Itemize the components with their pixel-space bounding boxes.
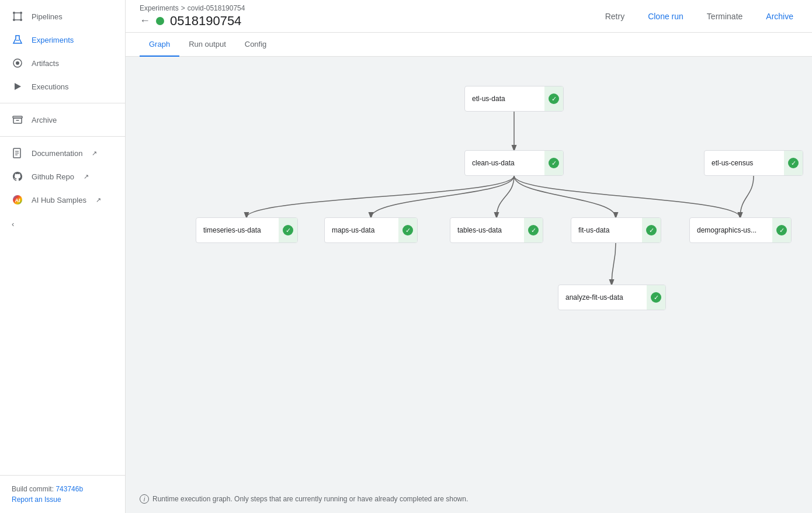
breadcrumb-separator: > (181, 4, 185, 12)
main-content: Experiments > covid-0518190754 ← 0518190… (126, 0, 812, 513)
node-analyze-fit-us-data[interactable]: analyze-fit-us-data ✓ (558, 285, 666, 310)
check-icon: ✓ (788, 158, 799, 168)
svg-point-1 (20, 12, 22, 14)
graph-edges-svg (126, 57, 812, 513)
sidebar-item-archive[interactable]: Archive (0, 108, 125, 131)
archive-icon (12, 114, 23, 126)
status-dot (156, 17, 164, 25)
terminate-button[interactable]: Terminate (702, 9, 747, 23)
breadcrumb-parent[interactable]: Experiments (140, 4, 179, 12)
build-commit-label: Build commit: (12, 485, 54, 493)
retry-button[interactable]: Retry (601, 9, 629, 23)
run-title: 0518190754 (170, 13, 241, 29)
tab-run-output[interactable]: Run output (179, 33, 235, 57)
node-clean-us-data[interactable]: clean-us-data ✓ (464, 150, 564, 176)
check-icon: ✓ (402, 225, 413, 235)
breadcrumb: Experiments > covid-0518190754 (140, 4, 245, 12)
node-etl-us-census[interactable]: etl-us-census ✓ (704, 150, 803, 176)
check-icon: ✓ (646, 225, 657, 235)
report-issue-link[interactable]: Report an Issue (12, 495, 113, 504)
back-button[interactable]: ← (140, 15, 150, 27)
title-row: ← 0518190754 (140, 13, 245, 29)
external-link-icon: ↗ (96, 196, 101, 204)
docs-icon (12, 147, 23, 159)
node-maps-us-data[interactable]: maps-us-data ✓ (324, 217, 418, 243)
check-icon: ✓ (776, 225, 787, 235)
sidebar-item-documentation[interactable]: Documentation ↗ (0, 141, 125, 165)
node-timeseries-us-data[interactable]: timeseries-us-data ✓ (196, 217, 298, 243)
check-icon: ✓ (549, 93, 559, 104)
sidebar-bottom: Build commit: 743746b Report an Issue (0, 475, 125, 513)
breadcrumb-current: covid-0518190754 (188, 4, 245, 12)
sidebar-item-label: Documentation (32, 149, 82, 158)
external-link-icon: ↗ (92, 150, 97, 157)
divider-2 (0, 136, 125, 137)
graph-canvas: etl-us-data ✓ clean-us-data ✓ etl-us-cen… (126, 57, 812, 513)
artifacts-icon (12, 57, 23, 69)
page-header: Experiments > covid-0518190754 ← 0518190… (126, 0, 812, 33)
svg-point-10 (16, 61, 19, 65)
node-etl-us-data[interactable]: etl-us-data ✓ (464, 86, 564, 112)
check-icon: ✓ (283, 225, 293, 235)
info-icon: i (140, 494, 149, 504)
svg-marker-11 (15, 83, 21, 90)
sidebar-item-label: Experiments (32, 36, 74, 44)
sidebar-item-aihub[interactable]: AI AI Hub Samples ↗ (0, 188, 125, 212)
divider-1 (0, 103, 125, 103)
sidebar-item-github[interactable]: Github Repo ↗ (0, 165, 125, 188)
tabs-bar: Graph Run output Config (126, 33, 812, 57)
sidebar: Pipelines Experiments Artifacts Executio… (0, 0, 126, 513)
aihub-icon: AI (12, 194, 23, 206)
build-commit-link[interactable]: 743746b (55, 485, 83, 493)
tab-config[interactable]: Config (235, 33, 276, 57)
sidebar-item-label: Executions (32, 82, 69, 91)
node-demographics-us[interactable]: demographics-us... ✓ (689, 217, 792, 243)
archive-button[interactable]: Archive (761, 9, 798, 23)
experiments-icon (12, 34, 23, 46)
collapse-icon: ‹ (12, 220, 14, 228)
sidebar-item-executions[interactable]: Executions (0, 75, 125, 98)
check-icon: ✓ (528, 225, 539, 235)
header-actions: Retry Clone run Terminate Archive (601, 9, 798, 23)
sidebar-item-pipelines[interactable]: Pipelines (0, 5, 125, 28)
pipeline-icon (12, 11, 23, 22)
sidebar-item-label: Artifacts (32, 59, 59, 68)
sidebar-item-artifacts[interactable]: Artifacts (0, 51, 125, 75)
check-icon: ✓ (651, 292, 661, 303)
svg-point-0 (13, 12, 15, 14)
collapse-sidebar-button[interactable]: ‹ (0, 214, 125, 234)
sidebar-item-label: Github Repo (32, 172, 74, 181)
build-commit-line: Build commit: 743746b (12, 485, 113, 493)
svg-point-2 (13, 19, 15, 21)
sidebar-item-label: Pipelines (32, 12, 63, 21)
svg-text:AI: AI (15, 197, 20, 203)
check-icon: ✓ (549, 158, 559, 168)
sidebar-item-experiments[interactable]: Experiments (0, 28, 125, 51)
footer-note-text: Runtime execution graph. Only steps that… (152, 495, 468, 503)
tab-graph[interactable]: Graph (140, 33, 179, 57)
node-tables-us-data[interactable]: tables-us-data ✓ (450, 217, 543, 243)
footer-note: i Runtime execution graph. Only steps th… (140, 494, 468, 504)
header-left: Experiments > covid-0518190754 ← 0518190… (140, 4, 245, 29)
executions-icon (12, 81, 23, 92)
sidebar-item-label: Archive (32, 116, 57, 124)
clone-run-button[interactable]: Clone run (643, 9, 688, 23)
external-link-icon: ↗ (84, 173, 89, 181)
svg-point-3 (20, 19, 22, 21)
github-icon (12, 171, 23, 182)
sidebar-item-label: AI Hub Samples (32, 196, 86, 204)
node-fit-us-data[interactable]: fit-us-data ✓ (571, 217, 661, 243)
